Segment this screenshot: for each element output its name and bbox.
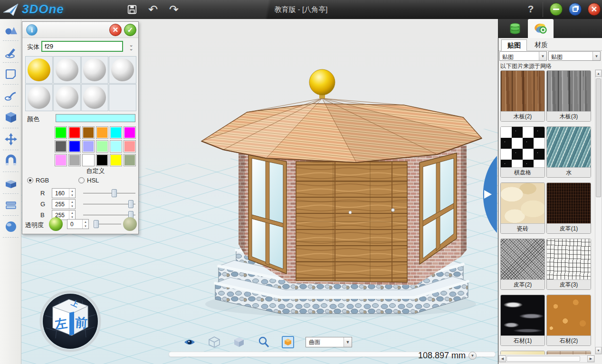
material-sphere[interactable] [25, 84, 53, 112]
g-slider[interactable] [83, 199, 135, 209]
confirm-button[interactable]: ✓ [124, 24, 136, 36]
color-swatch[interactable] [110, 126, 122, 139]
rgb-radio[interactable]: RGB [27, 177, 49, 184]
color-swatch[interactable] [110, 154, 122, 166]
texture-card[interactable]: 木板(2) [500, 70, 545, 122]
texture-filter-left-select[interactable]: 贴图 ▼ [499, 51, 547, 61]
magnet-icon[interactable] [0, 150, 21, 172]
chevron-down-icon[interactable]: ▼ [344, 337, 352, 347]
r-value-spinner[interactable]: 160 ▲▼ [52, 188, 76, 198]
opacity-spinner[interactable]: 0 ▲▼ [67, 219, 89, 229]
texture-card[interactable]: 石材(1) [500, 295, 545, 346]
pavilion-door[interactable] [296, 162, 407, 282]
material-library-tab[interactable] [528, 19, 554, 38]
color-swatch[interactable] [96, 140, 108, 153]
color-swatch[interactable] [82, 140, 95, 153]
color-swatch[interactable] [124, 154, 136, 166]
scroll-right-icon[interactable]: ▶ [587, 355, 594, 362]
expand-chevrons-icon[interactable]: ⌄⌄ [127, 41, 135, 52]
panel-collapse-handle[interactable] [483, 156, 497, 233]
texture-card[interactable]: 瓷砖 [500, 182, 545, 234]
texture-card[interactable]: 木板(3) [546, 70, 591, 122]
sweep-icon[interactable] [0, 85, 21, 106]
opacity-slider[interactable] [94, 219, 121, 229]
color-swatch[interactable] [110, 140, 122, 153]
texture-card[interactable]: 水 [546, 126, 591, 178]
horizontal-scrollbar[interactable]: ◀ ▶ [498, 355, 595, 363]
color-swatch[interactable] [96, 154, 108, 166]
measurement-dropdown-button[interactable]: ▼ [468, 352, 477, 360]
redo-button[interactable]: ↷ [168, 3, 180, 16]
scrollbar-thumb[interactable] [596, 78, 601, 197]
wireframe-cube-icon[interactable] [208, 335, 221, 349]
maximize-button[interactable] [569, 3, 582, 16]
zoom-icon[interactable] [257, 335, 270, 349]
color-swatch[interactable] [82, 126, 95, 139]
material-sphere[interactable] [81, 84, 109, 112]
left-window[interactable] [248, 154, 287, 274]
material-sphere[interactable] [25, 56, 53, 84]
primitives-icon[interactable] [0, 19, 21, 41]
display-mode-select[interactable]: 曲面 ▼ [306, 337, 352, 347]
g-value-spinner[interactable]: 255 ▲▼ [52, 199, 76, 209]
draw-icon[interactable] [0, 41, 21, 63]
spinner-down-icon[interactable]: ▼ [83, 224, 88, 229]
scroll-down-icon[interactable]: ▼ [595, 347, 602, 354]
display-mode-icon[interactable] [282, 336, 294, 348]
color-swatch[interactable] [55, 126, 67, 139]
spinner-up-icon[interactable]: ▲ [69, 211, 75, 215]
scroll-up-icon[interactable]: ▲ [595, 70, 602, 77]
cancel-button[interactable]: ✕ [109, 24, 122, 36]
minimize-button[interactable] [550, 3, 563, 16]
help-button[interactable]: ? [524, 2, 537, 16]
color-swatch[interactable] [68, 126, 81, 139]
combine-icon[interactable] [0, 172, 21, 194]
color-swatch[interactable] [68, 154, 81, 166]
custom-color-label[interactable]: 自定义 [55, 167, 136, 175]
texture-card[interactable]: 棋盘格 [500, 126, 545, 178]
hsl-radio[interactable]: HSL [78, 177, 99, 184]
vertical-scrollbar[interactable]: ▲ ▼ [595, 69, 602, 354]
spinner-up-icon[interactable]: ▲ [83, 220, 88, 224]
color-swatch[interactable] [68, 140, 81, 153]
opacity-slider-thumb[interactable] [94, 220, 99, 228]
solid-cube-icon[interactable] [0, 106, 21, 128]
texture-card[interactable]: 皮革(2) [500, 239, 545, 290]
texture-card[interactable]: 石材(2) [546, 295, 591, 346]
g-slider-thumb[interactable] [128, 200, 134, 208]
material-sphere[interactable] [81, 56, 109, 84]
nav-cube-front-label[interactable]: 前 [74, 315, 88, 330]
close-button[interactable]: ✕ [588, 3, 601, 16]
material-sphere[interactable] [109, 56, 136, 84]
tab-textures[interactable]: 贴图 [501, 39, 527, 51]
eye-icon[interactable] [183, 335, 196, 349]
render-sphere-icon[interactable] [0, 216, 21, 238]
texture-filter-right-select[interactable]: 贴图 ▼ [548, 51, 601, 61]
tab-materials[interactable]: 材质 [529, 39, 554, 51]
material-sphere-empty[interactable] [109, 84, 136, 112]
r-slider[interactable] [83, 188, 135, 198]
texture-card[interactable]: 皮革(3) [546, 239, 591, 290]
scroll-left-icon[interactable]: ◀ [499, 355, 506, 362]
spinner-up-icon[interactable]: ▲ [69, 200, 75, 204]
entity-input[interactable] [41, 41, 123, 52]
texture-card[interactable] [546, 351, 591, 354]
library-database-tab[interactable] [502, 19, 528, 38]
save-button[interactable] [126, 3, 138, 16]
section-icon[interactable] [0, 194, 21, 216]
current-color-bar[interactable] [56, 114, 135, 122]
color-swatch[interactable] [55, 154, 67, 166]
chevron-down-icon[interactable]: ▼ [539, 52, 546, 60]
r-slider-thumb[interactable] [112, 189, 117, 197]
texture-card[interactable] [500, 351, 545, 354]
pavilion-roof[interactable] [201, 98, 482, 163]
gold-ball[interactable] [309, 69, 335, 95]
texture-card[interactable]: 皮革(1) [546, 182, 591, 234]
color-swatch[interactable] [55, 140, 67, 153]
undo-button[interactable]: ↶ [147, 3, 159, 16]
nav-cube[interactable]: 左 前 上 [41, 292, 100, 351]
color-swatch[interactable] [82, 154, 95, 166]
color-swatch[interactable] [124, 126, 136, 139]
spinner-up-icon[interactable]: ▲ [69, 189, 75, 193]
spinner-down-icon[interactable]: ▼ [69, 204, 75, 209]
